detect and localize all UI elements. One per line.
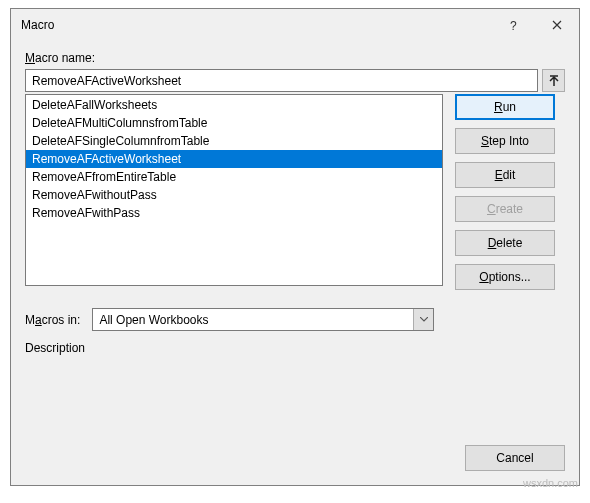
macro-listbox[interactable]: DeleteAFallWorksheetsDeleteAFMultiColumn… [25, 94, 443, 286]
close-icon [552, 20, 562, 30]
macros-in-select[interactable]: All Open Workbooks [92, 308, 434, 331]
list-item[interactable]: DeleteAFSingleColumnfromTable [26, 132, 442, 150]
list-item[interactable]: RemoveAFfromEntireTable [26, 168, 442, 186]
titlebar: Macro ? [11, 9, 579, 41]
dropdown-arrow[interactable] [413, 309, 433, 330]
macros-in-label: Macros in: [25, 313, 80, 327]
description-label: Description [25, 341, 565, 355]
list-item[interactable]: RemoveAFwithoutPass [26, 186, 442, 204]
go-arrow-icon [548, 74, 560, 88]
watermark: wsxdn.com [523, 477, 578, 489]
help-icon: ? [508, 18, 518, 32]
edit-button[interactable]: Edit [455, 162, 555, 188]
button-column: Run Step Into Edit Create Delete Options… [455, 94, 555, 290]
list-item[interactable]: DeleteAFallWorksheets [26, 96, 442, 114]
cancel-button[interactable]: Cancel [465, 445, 565, 471]
macros-in-value: All Open Workbooks [99, 313, 208, 327]
list-item[interactable]: DeleteAFMultiColumnsfromTable [26, 114, 442, 132]
dialog-content: Macro name: DeleteAFallWorksheetsDeleteA… [11, 41, 579, 445]
list-item[interactable]: RemoveAFActiveWorksheet [26, 150, 442, 168]
step-into-button[interactable]: Step Into [455, 128, 555, 154]
bottom-bar: Cancel [11, 445, 579, 485]
help-button[interactable]: ? [491, 10, 535, 40]
macro-name-input[interactable] [25, 69, 538, 92]
svg-text:?: ? [510, 19, 517, 32]
delete-button[interactable]: Delete [455, 230, 555, 256]
macro-name-label: Macro name: [25, 51, 95, 65]
list-item[interactable]: RemoveAFwithPass [26, 204, 442, 222]
run-button[interactable]: Run [455, 94, 555, 120]
go-to-button[interactable] [542, 69, 565, 92]
close-button[interactable] [535, 10, 579, 40]
options-button[interactable]: Options... [455, 264, 555, 290]
create-button[interactable]: Create [455, 196, 555, 222]
dialog-title: Macro [21, 18, 491, 32]
chevron-down-icon [420, 317, 428, 322]
macro-dialog: Macro ? Macro name: DeleteAFallWorksheet… [10, 8, 580, 486]
